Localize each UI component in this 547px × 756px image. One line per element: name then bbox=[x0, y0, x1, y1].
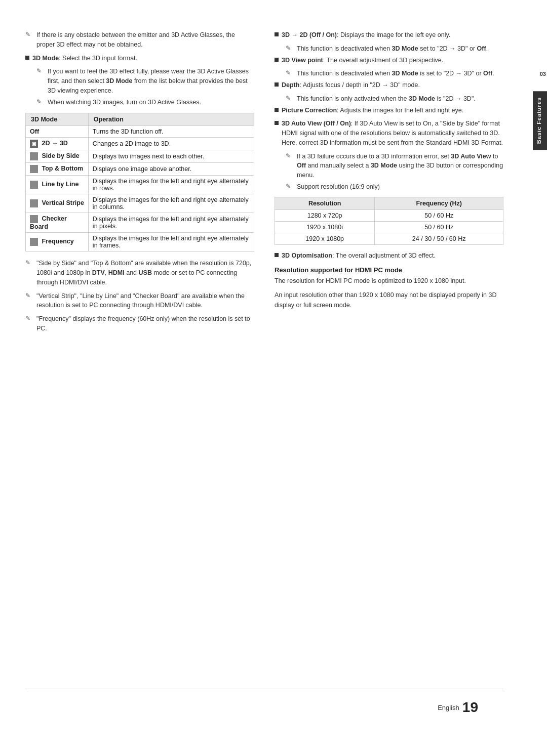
bullet-3d-autoview: 3D Auto View (Off / On): If 3D Auto View… bbox=[275, 119, 503, 147]
mode-table-header-mode: 3D Mode bbox=[26, 113, 89, 126]
hdmi-section-title: Resolution supported for HDMI PC mode bbox=[275, 266, 503, 274]
col-right: 3D → 2D (Off / On): Displays the image f… bbox=[275, 30, 503, 689]
res-table-header-freq: Frequency (Hz) bbox=[375, 197, 503, 209]
text-3d-viewpoint: : The overall adjustment of 3D perspecti… bbox=[323, 57, 443, 64]
table-row: ▣ 2D → 3D Changes a 2D image to 3D. bbox=[26, 138, 254, 150]
bullet-3d-2d: 3D → 2D (Off / On): Displays the image f… bbox=[275, 30, 503, 40]
note-frequency-text: "Frequency" displays the frequency (60Hz… bbox=[36, 314, 254, 333]
note-icon-r4: ✎ bbox=[286, 152, 295, 159]
op-freq: Displays the images for the left and rig… bbox=[88, 233, 254, 251]
table-row: Side by Side Displays two images next to… bbox=[26, 150, 254, 163]
mode-off: Off bbox=[26, 126, 89, 138]
mode-tb: Top & Bottom bbox=[26, 163, 89, 176]
mode-table: 3D Mode Operation Off Turns the 3D funct… bbox=[25, 113, 254, 251]
op-lbl: Displays the images for the left and rig… bbox=[88, 176, 254, 194]
note-icon-1: ✎ bbox=[25, 31, 34, 38]
note-3d-resolution-support-text: Support resolution (16:9 only) bbox=[297, 182, 380, 192]
note-icon-3: ✎ bbox=[25, 259, 34, 266]
bullet-square-4 bbox=[275, 82, 279, 87]
freq-1080i: 50 / 60 Hz bbox=[375, 221, 503, 233]
icon-cb bbox=[30, 215, 38, 223]
res-table-header-res: Resolution bbox=[275, 197, 375, 209]
note-icon-r2: ✎ bbox=[286, 69, 295, 76]
note-frequency: ✎ "Frequency" displays the frequency (60… bbox=[25, 314, 254, 333]
note-icon-r1: ✎ bbox=[286, 45, 295, 52]
bullet-3d-optomisation-text: 3D Optomisation: The overall adjustment … bbox=[282, 251, 436, 261]
table-row: Line by Line Displays the images for the… bbox=[26, 176, 254, 194]
bullet-3d-mode-desc: Select the 3D input format. bbox=[62, 55, 137, 62]
note-vertical: ✎ "Vertical Strip", "Line by Line" and "… bbox=[25, 291, 254, 311]
footer-num: 19 bbox=[462, 699, 478, 716]
table-row: 1280 x 720p 50 / 60 Hz bbox=[275, 209, 503, 221]
text-3d-optomisation: : The overall adjustment of 3D effect. bbox=[332, 252, 436, 259]
text-depth: : Adjusts focus / depth in "2D → 3D" mod… bbox=[299, 81, 419, 89]
icon-vs bbox=[30, 199, 38, 207]
bullet-3d-2d-text: 3D → 2D (Off / On): Displays the image f… bbox=[282, 30, 450, 40]
table-row: Frequency Displays the images for the le… bbox=[26, 233, 254, 251]
note-icon-r3: ✎ bbox=[286, 95, 295, 102]
table-row: 1920 x 1080p 24 / 30 / 50 / 60 Hz bbox=[275, 233, 503, 244]
table-row: CheckerBoard Displays the images for the… bbox=[26, 213, 254, 233]
icon-freq bbox=[30, 238, 38, 246]
mode-lbl: Line by Line bbox=[26, 176, 89, 194]
bullet-square-6 bbox=[275, 121, 279, 125]
bold-depth: Depth bbox=[282, 81, 299, 89]
bullet-square-2 bbox=[275, 32, 279, 36]
op-cb: Displays the images for the left and rig… bbox=[88, 213, 254, 233]
two-col-layout: ✎ If there is any obstacle between the e… bbox=[25, 30, 503, 689]
note-3d-autoview-error: ✎ If a 3D failure occurs due to a 3D inf… bbox=[286, 152, 503, 180]
note-icon-sub1: ✎ bbox=[36, 67, 46, 74]
note-3d-viewpoint-text: This function is deactivated when 3D Mod… bbox=[297, 69, 494, 78]
page-container: ✎ If there is any obstacle between the e… bbox=[0, 0, 547, 756]
bullet-3d-autoview-text: 3D Auto View (Off / On): If 3D Auto View… bbox=[282, 119, 503, 147]
bullet-square-7 bbox=[275, 253, 279, 257]
bullet-depth-text: Depth: Adjusts focus / depth in "2D → 3D… bbox=[282, 80, 420, 90]
bullet-pic-correction-text: Picture Correction: Adjusts the images f… bbox=[282, 106, 463, 115]
bold-3d-autoview: 3D Auto View (Off / On) bbox=[282, 120, 351, 127]
bullet-pic-correction: Picture Correction: Adjusts the images f… bbox=[275, 106, 503, 115]
hdmi-text2: An input resolution other than 1920 x 10… bbox=[275, 290, 503, 310]
note-3d-resolution-support: ✎ Support resolution (16:9 only) bbox=[286, 182, 503, 192]
hdmi-text1: The resolution for HDMI PC mode is optim… bbox=[275, 276, 503, 286]
bullet-3d-optomisation: 3D Optomisation: The overall adjustment … bbox=[275, 251, 503, 261]
table-row: Top & Bottom Displays one image above an… bbox=[26, 163, 254, 176]
mode-table-header-op: Operation bbox=[88, 113, 254, 126]
resolution-table: Resolution Frequency (Hz) 1280 x 720p 50… bbox=[275, 197, 503, 245]
note-icon-4: ✎ bbox=[25, 292, 34, 299]
mode-freq: Frequency bbox=[26, 233, 89, 251]
op-2d3d: Changes a 2D image to 3D. bbox=[88, 138, 254, 150]
bullet-square-1 bbox=[25, 56, 29, 60]
text-pic-correction: : Adjusts the images for the left and ri… bbox=[337, 107, 463, 114]
mode-2d3d: ▣ 2D → 3D bbox=[26, 138, 89, 150]
note-icon-r5: ✎ bbox=[286, 183, 295, 190]
note-obstacle-text: If there is any obstacle between the emi… bbox=[36, 30, 254, 50]
op-sbs: Displays two images next to each other. bbox=[88, 150, 254, 163]
bold-pic-correction: Picture Correction bbox=[282, 107, 337, 114]
bold-3d-2d: 3D → 2D (Off / On) bbox=[282, 31, 337, 38]
bullet-3d-mode: 3D Mode: Select the 3D input format. bbox=[25, 54, 254, 63]
bullet-square-3 bbox=[275, 58, 279, 62]
note-feel-3d: ✎ If you want to feel the 3D effect full… bbox=[36, 67, 254, 95]
icon-lbl bbox=[30, 181, 38, 189]
bullet-depth: Depth: Adjusts focus / depth in "2D → 3D… bbox=[275, 80, 503, 90]
footer: English 19 bbox=[25, 689, 503, 726]
note-watching-3d-text: When watching 3D images, turn on 3D Acti… bbox=[48, 98, 201, 107]
note-feel-3d-text: If you want to feel the 3D effect fully,… bbox=[48, 67, 254, 95]
note-side-top: ✎ "Side by Side" and "Top & Bottom" are … bbox=[25, 259, 254, 287]
note-3d-autoview-error-text: If a 3D failure occurs due to a 3D infor… bbox=[297, 152, 503, 180]
bullet-3d-mode-text: 3D Mode: Select the 3D input format. bbox=[32, 54, 137, 63]
icon-sbs bbox=[30, 152, 38, 160]
bullet-3d-viewpoint-text: 3D View point: The overall adjustment of… bbox=[282, 56, 443, 65]
table-row: Off Turns the 3D function off. bbox=[26, 126, 254, 138]
note-icon-5: ✎ bbox=[25, 315, 34, 322]
res-1080i: 1920 x 1080i bbox=[275, 221, 375, 233]
mode-sbs: Side by Side bbox=[26, 150, 89, 163]
bullet-3d-viewpoint: 3D View point: The overall adjustment of… bbox=[275, 56, 503, 65]
bullet-square-5 bbox=[275, 108, 279, 112]
bold-3d-optomisation: 3D Optomisation bbox=[282, 252, 332, 259]
text-3d-2d: : Displays the image for the left eye on… bbox=[337, 31, 450, 38]
res-720p: 1280 x 720p bbox=[275, 209, 375, 221]
note-icon-sub2: ✎ bbox=[36, 98, 46, 105]
note-side-top-text: "Side by Side" and "Top & Bottom" are av… bbox=[36, 259, 254, 287]
chapter-num: 03 bbox=[540, 71, 546, 77]
